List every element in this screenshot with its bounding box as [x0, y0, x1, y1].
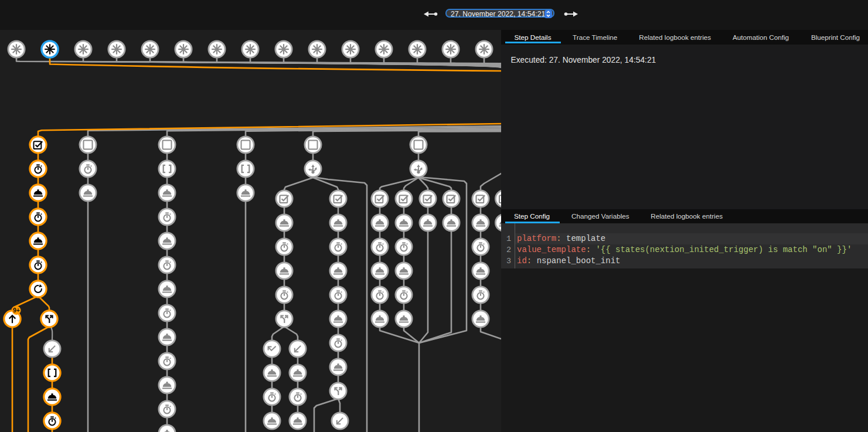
svg-text:9+: 9+ — [13, 307, 20, 314]
